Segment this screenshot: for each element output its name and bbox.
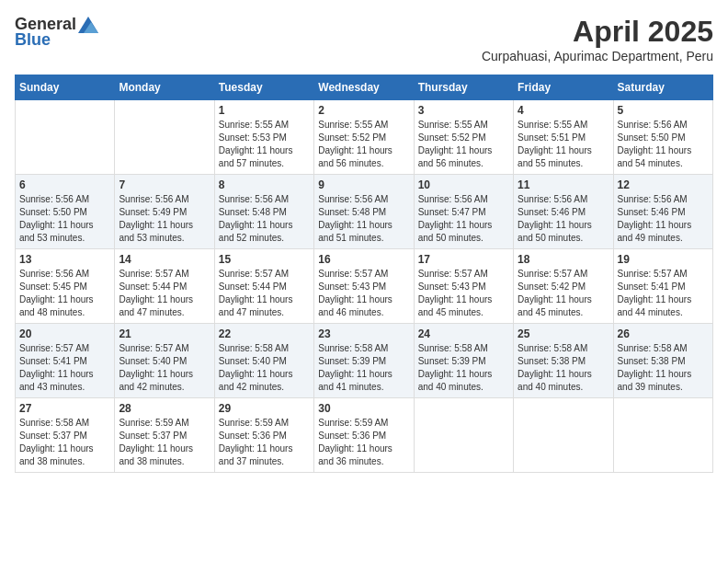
calendar-cell: 6Sunrise: 5:56 AMSunset: 5:50 PMDaylight… [16, 175, 115, 249]
calendar-cell: 26Sunrise: 5:58 AMSunset: 5:38 PMDayligh… [613, 324, 712, 398]
calendar-week-row: 1Sunrise: 5:55 AMSunset: 5:53 PMDaylight… [16, 100, 713, 175]
day-number: 21 [119, 327, 210, 340]
calendar-cell [613, 398, 712, 473]
calendar-cell: 15Sunrise: 5:57 AMSunset: 5:44 PMDayligh… [214, 249, 313, 324]
calendar-cell: 28Sunrise: 5:59 AMSunset: 5:37 PMDayligh… [115, 398, 214, 473]
day-info: Sunrise: 5:58 AMSunset: 5:38 PMDaylight:… [618, 342, 709, 394]
weekday-header: Tuesday [214, 75, 313, 100]
calendar-cell: 23Sunrise: 5:58 AMSunset: 5:39 PMDayligh… [314, 324, 414, 398]
header: General Blue April 2025 Curpahuasi, Apur… [15, 15, 713, 63]
day-info: Sunrise: 5:58 AMSunset: 5:37 PMDaylight:… [19, 417, 110, 468]
calendar-cell [514, 398, 613, 473]
logo-icon [78, 17, 98, 33]
day-number: 29 [219, 402, 310, 415]
calendar-week-row: 20Sunrise: 5:57 AMSunset: 5:41 PMDayligh… [16, 324, 713, 398]
calendar-cell: 11Sunrise: 5:56 AMSunset: 5:46 PMDayligh… [514, 175, 613, 249]
day-info: Sunrise: 5:57 AMSunset: 5:40 PMDaylight:… [119, 342, 210, 394]
day-number: 10 [418, 178, 509, 191]
day-number: 4 [518, 104, 609, 117]
calendar-cell: 7Sunrise: 5:56 AMSunset: 5:49 PMDaylight… [115, 175, 214, 249]
day-number: 30 [318, 402, 409, 415]
day-info: Sunrise: 5:58 AMSunset: 5:39 PMDaylight:… [418, 342, 509, 394]
day-info: Sunrise: 5:56 AMSunset: 5:46 PMDaylight:… [518, 193, 609, 245]
calendar-cell: 18Sunrise: 5:57 AMSunset: 5:42 PMDayligh… [514, 249, 613, 324]
day-info: Sunrise: 5:56 AMSunset: 5:50 PMDaylight:… [19, 193, 110, 245]
day-info: Sunrise: 5:56 AMSunset: 5:45 PMDaylight:… [19, 268, 110, 319]
weekday-header: Friday [514, 75, 613, 100]
calendar-cell: 19Sunrise: 5:57 AMSunset: 5:41 PMDayligh… [613, 249, 712, 324]
calendar-cell: 2Sunrise: 5:55 AMSunset: 5:52 PMDaylight… [314, 100, 414, 175]
calendar-cell: 21Sunrise: 5:57 AMSunset: 5:40 PMDayligh… [115, 324, 214, 398]
day-number: 16 [318, 253, 409, 266]
day-info: Sunrise: 5:58 AMSunset: 5:38 PMDaylight:… [518, 342, 609, 394]
day-info: Sunrise: 5:57 AMSunset: 5:43 PMDaylight:… [418, 268, 509, 319]
day-info: Sunrise: 5:58 AMSunset: 5:39 PMDaylight:… [318, 342, 409, 394]
day-number: 27 [19, 402, 110, 415]
calendar-header-row: SundayMondayTuesdayWednesdayThursdayFrid… [16, 75, 713, 100]
day-number: 6 [19, 178, 110, 191]
calendar-cell: 4Sunrise: 5:55 AMSunset: 5:51 PMDaylight… [514, 100, 613, 175]
day-info: Sunrise: 5:57 AMSunset: 5:41 PMDaylight:… [618, 268, 709, 319]
day-number: 25 [518, 327, 609, 340]
day-number: 22 [219, 327, 310, 340]
day-number: 7 [119, 178, 210, 191]
calendar-cell: 13Sunrise: 5:56 AMSunset: 5:45 PMDayligh… [16, 249, 115, 324]
day-number: 15 [219, 253, 310, 266]
day-info: Sunrise: 5:57 AMSunset: 5:43 PMDaylight:… [318, 268, 409, 319]
day-info: Sunrise: 5:57 AMSunset: 5:44 PMDaylight:… [119, 268, 210, 319]
calendar-cell: 27Sunrise: 5:58 AMSunset: 5:37 PMDayligh… [16, 398, 115, 473]
day-info: Sunrise: 5:55 AMSunset: 5:53 PMDaylight:… [219, 119, 310, 170]
day-number: 17 [418, 253, 509, 266]
day-number: 18 [518, 253, 609, 266]
day-number: 5 [618, 104, 709, 117]
day-number: 13 [19, 253, 110, 266]
calendar-cell: 14Sunrise: 5:57 AMSunset: 5:44 PMDayligh… [115, 249, 214, 324]
calendar-week-row: 6Sunrise: 5:56 AMSunset: 5:50 PMDaylight… [16, 175, 713, 249]
day-number: 8 [219, 178, 310, 191]
calendar-cell: 25Sunrise: 5:58 AMSunset: 5:38 PMDayligh… [514, 324, 613, 398]
day-info: Sunrise: 5:56 AMSunset: 5:47 PMDaylight:… [418, 193, 509, 245]
calendar-week-row: 13Sunrise: 5:56 AMSunset: 5:45 PMDayligh… [16, 249, 713, 324]
day-info: Sunrise: 5:56 AMSunset: 5:48 PMDaylight:… [219, 193, 310, 245]
logo-blue-text: Blue [15, 30, 51, 50]
logo: General Blue [15, 15, 98, 50]
calendar-cell [16, 100, 115, 175]
day-number: 19 [618, 253, 709, 266]
calendar-cell: 8Sunrise: 5:56 AMSunset: 5:48 PMDaylight… [214, 175, 313, 249]
day-number: 11 [518, 178, 609, 191]
day-number: 14 [119, 253, 210, 266]
calendar-cell: 3Sunrise: 5:55 AMSunset: 5:52 PMDaylight… [414, 100, 513, 175]
day-info: Sunrise: 5:56 AMSunset: 5:46 PMDaylight:… [618, 193, 709, 245]
calendar-cell: 20Sunrise: 5:57 AMSunset: 5:41 PMDayligh… [16, 324, 115, 398]
calendar-cell: 22Sunrise: 5:58 AMSunset: 5:40 PMDayligh… [214, 324, 313, 398]
calendar-cell: 17Sunrise: 5:57 AMSunset: 5:43 PMDayligh… [414, 249, 513, 324]
day-info: Sunrise: 5:55 AMSunset: 5:51 PMDaylight:… [518, 119, 609, 170]
day-number: 3 [418, 104, 509, 117]
day-info: Sunrise: 5:57 AMSunset: 5:44 PMDaylight:… [219, 268, 310, 319]
calendar: SundayMondayTuesdayWednesdayThursdayFrid… [15, 75, 713, 473]
day-number: 2 [318, 104, 409, 117]
calendar-cell: 10Sunrise: 5:56 AMSunset: 5:47 PMDayligh… [414, 175, 513, 249]
calendar-cell: 9Sunrise: 5:56 AMSunset: 5:48 PMDaylight… [314, 175, 414, 249]
calendar-week-row: 27Sunrise: 5:58 AMSunset: 5:37 PMDayligh… [16, 398, 713, 473]
title-area: April 2025 Curpahuasi, Apurimac Departme… [482, 15, 713, 63]
calendar-cell: 24Sunrise: 5:58 AMSunset: 5:39 PMDayligh… [414, 324, 513, 398]
day-number: 12 [618, 178, 709, 191]
weekday-header: Sunday [16, 75, 115, 100]
calendar-cell [115, 100, 214, 175]
day-number: 1 [219, 104, 310, 117]
day-info: Sunrise: 5:57 AMSunset: 5:42 PMDaylight:… [518, 268, 609, 319]
day-number: 20 [19, 327, 110, 340]
day-info: Sunrise: 5:56 AMSunset: 5:48 PMDaylight:… [318, 193, 409, 245]
calendar-cell [414, 398, 513, 473]
day-number: 28 [119, 402, 210, 415]
day-info: Sunrise: 5:57 AMSunset: 5:41 PMDaylight:… [19, 342, 110, 394]
day-number: 24 [418, 327, 509, 340]
day-info: Sunrise: 5:59 AMSunset: 5:36 PMDaylight:… [318, 417, 409, 468]
day-info: Sunrise: 5:56 AMSunset: 5:49 PMDaylight:… [119, 193, 210, 245]
calendar-cell: 1Sunrise: 5:55 AMSunset: 5:53 PMDaylight… [214, 100, 313, 175]
weekday-header: Saturday [613, 75, 712, 100]
day-info: Sunrise: 5:59 AMSunset: 5:37 PMDaylight:… [119, 417, 210, 468]
month-year: April 2025 [482, 15, 713, 49]
calendar-cell: 30Sunrise: 5:59 AMSunset: 5:36 PMDayligh… [314, 398, 414, 473]
